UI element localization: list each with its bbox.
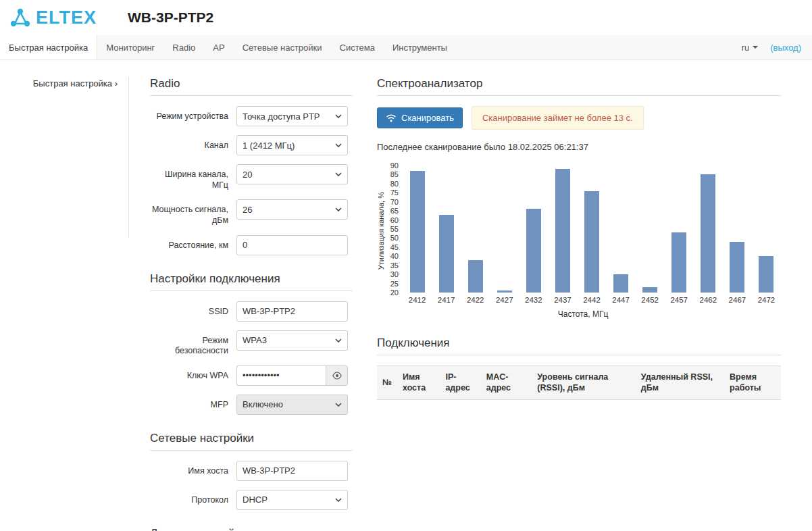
main-nav: Быстрая настройка Мониторинг Radio AP Се… <box>0 35 812 60</box>
y-tick-label: 20 <box>390 288 399 297</box>
col-header-uptime: Время работы <box>724 366 781 400</box>
quick-setup-form: Radio Режим устройства Точка доступа PTP… <box>150 77 353 531</box>
form-row-channel: Канал 1 (2412 МГц) <box>150 135 353 155</box>
chevron-down-icon <box>335 114 342 118</box>
x-tick-label: 2457 <box>665 293 694 304</box>
mfp-select[interactable]: Включено <box>236 395 348 415</box>
channel-width-value: 20 <box>243 170 252 180</box>
x-tick-label: 2427 <box>490 293 519 304</box>
bar-2442 <box>584 191 599 293</box>
y-tick-label: 40 <box>390 252 399 260</box>
device-mode-select[interactable]: Точка доступа PTP <box>236 106 348 126</box>
bar-2472 <box>759 256 773 293</box>
connections-title: Подключения <box>377 336 781 355</box>
wpa-key-eye-button[interactable] <box>326 365 348 386</box>
y-tick-label: 80 <box>390 180 399 188</box>
language-label: ru <box>742 43 750 53</box>
y-tick-label: 45 <box>390 243 399 251</box>
protocol-select[interactable]: DHCP <box>236 490 348 510</box>
bar-column <box>432 166 461 293</box>
bar-column <box>694 166 723 293</box>
form-row-wpa-key: Ключ WPA <box>150 365 353 386</box>
tab-system[interactable]: Система <box>331 35 384 59</box>
col-header-number: № <box>377 366 397 400</box>
bar-column <box>723 166 752 293</box>
y-tick-label: 55 <box>390 225 399 233</box>
bar-column <box>548 166 577 293</box>
y-tick-label: 35 <box>390 261 399 270</box>
y-tick-label: 85 <box>390 170 399 178</box>
tx-power-value: 26 <box>243 205 252 215</box>
hostname-input[interactable] <box>236 461 348 481</box>
brand-text: ELTEX <box>36 7 97 28</box>
scan-button[interactable]: Сканировать <box>377 107 463 128</box>
bar-column <box>577 166 606 293</box>
distance-input[interactable] <box>236 235 348 255</box>
col-header-ip: IP-адрес <box>440 366 480 400</box>
bar-column <box>636 166 665 293</box>
y-tick-label: 30 <box>390 270 399 278</box>
tab-monitoring[interactable]: Мониторинг <box>97 35 163 59</box>
x-tick-label: 2467 <box>723 293 752 304</box>
mfp-value: Включено <box>243 399 283 409</box>
x-tick-label: 2422 <box>461 293 490 304</box>
tab-radio[interactable]: Radio <box>163 35 204 59</box>
spectrum-chart: Утилизация канала, % 9085807570656055504… <box>377 166 781 319</box>
channel-select[interactable]: 1 (2412 МГц) <box>236 135 348 155</box>
chart-x-label: Частота, МГц <box>385 309 781 319</box>
tab-ap[interactable]: AP <box>204 35 233 59</box>
wifi-icon <box>386 113 397 122</box>
wpa-key-input[interactable] <box>236 365 326 386</box>
chart-x-axis: 2412241724222427243224372442244724522457… <box>403 293 781 304</box>
form-row-mfp: MFP Включено <box>150 395 353 415</box>
x-tick-label: 2452 <box>636 293 665 304</box>
x-tick-label: 2447 <box>607 293 636 304</box>
chart-y-label: Утилизация канала, % <box>377 192 385 270</box>
vertical-divider <box>128 77 129 238</box>
x-tick-label: 2442 <box>577 293 606 304</box>
breadcrumb-quick-setup[interactable]: Быстрая настройка › <box>33 78 118 88</box>
scan-row: Сканировать Сканирование займет не более… <box>377 106 781 130</box>
content: Быстрая настройка › Radio Режим устройст… <box>0 60 812 531</box>
tx-power-label: Мощность сигнала, дБм <box>150 199 236 226</box>
form-row-protocol: Протокол DHCP <box>150 490 353 510</box>
x-tick-label: 2412 <box>403 293 432 304</box>
language-dropdown[interactable]: ru <box>742 43 759 53</box>
y-tick-label: 70 <box>390 198 399 206</box>
bar-2462 <box>701 174 715 293</box>
chart-body: 908580757065605550454035302520 <box>385 166 781 293</box>
connections-header-row: № Имя хоста IP-адрес MAC-адрес Уровень с… <box>377 366 781 400</box>
connections-table: № Имя хоста IP-адрес MAC-адрес Уровень с… <box>377 365 781 400</box>
x-tick-label: 2472 <box>752 293 781 304</box>
bar-column <box>519 166 548 293</box>
form-row-device-mode: Режим устройства Точка доступа PTP <box>150 106 353 126</box>
tab-network-settings[interactable]: Сетевые настройки <box>234 35 331 59</box>
form-row-security-mode: Режим безопасности WPA3 <box>150 330 353 357</box>
bar-column <box>752 166 781 293</box>
spectrum-panel: Спектроанализатор Сканировать Сканирован… <box>377 77 781 531</box>
y-tick-label: 90 <box>390 161 399 170</box>
security-mode-select[interactable]: WPA3 <box>236 330 348 351</box>
form-row-ssid: SSID <box>150 301 353 322</box>
chevron-down-icon <box>335 143 342 147</box>
bar-2447 <box>613 274 628 293</box>
section-title-access: Доступ к устройству <box>150 527 353 531</box>
eltex-logo[interactable]: ELTEX <box>8 7 97 28</box>
chevron-down-icon <box>335 338 342 343</box>
channel-width-select[interactable]: 20 <box>236 164 348 184</box>
bar-2437 <box>555 169 570 293</box>
distance-label: Расстояние, км <box>150 235 236 255</box>
tab-quick-setup[interactable]: Быстрая настройка <box>0 35 97 59</box>
y-tick-label: 50 <box>390 234 399 242</box>
tx-power-select[interactable]: 26 <box>236 199 348 220</box>
x-tick-label: 2417 <box>432 293 461 304</box>
tab-tools[interactable]: Инструменты <box>384 35 456 59</box>
bar-column <box>607 166 636 293</box>
ssid-input[interactable] <box>236 301 348 322</box>
bar-2422 <box>468 260 483 293</box>
device-mode-value: Точка доступа PTP <box>243 111 320 122</box>
scan-note: Сканирование займет не более 13 с. <box>472 106 644 130</box>
section-title-connection: Настройки подключения <box>150 272 353 291</box>
logout-link[interactable]: (выход) <box>770 43 801 53</box>
hostname-label: Имя хоста <box>150 461 236 481</box>
